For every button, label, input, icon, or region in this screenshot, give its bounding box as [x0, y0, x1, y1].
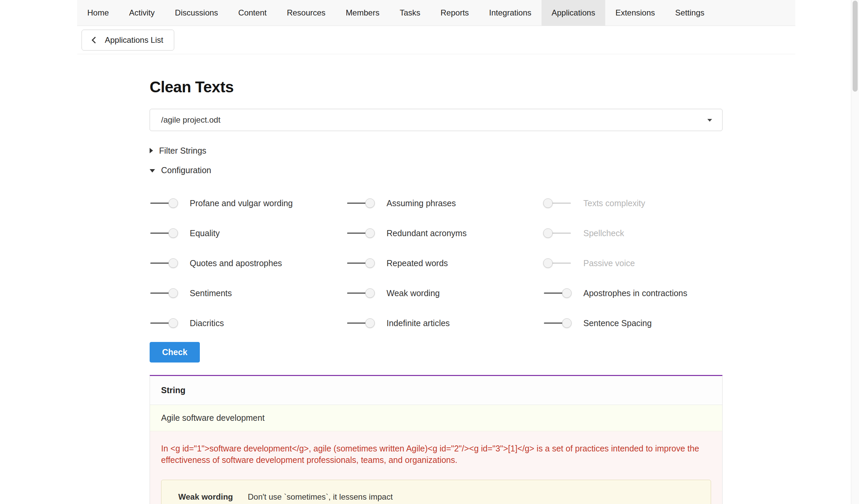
diff-area: In <g id="1">software development</g>, a… [150, 431, 722, 504]
toggle-switch[interactable] [543, 198, 572, 208]
toggle-quotes-and-apostrophes[interactable]: Quotes and apostrophes [150, 258, 346, 268]
file-select-value: /agile project.odt [161, 115, 221, 125]
section-configuration-label: Configuration [161, 165, 211, 175]
toggle-sentence-spacing[interactable]: Sentence Spacing [543, 318, 723, 328]
nav-item-resources[interactable]: Resources [277, 0, 336, 26]
toggle-switch[interactable] [543, 318, 572, 328]
toggle-switch[interactable] [543, 258, 572, 268]
toggle-switch[interactable] [150, 288, 178, 298]
toggle-indefinite-articles[interactable]: Indefinite articles [346, 318, 543, 328]
check-button[interactable]: Check [150, 342, 200, 363]
switch-thumb [365, 198, 375, 208]
scrollbar-thumb[interactable] [853, 1, 858, 92]
toggle-texts-complexity[interactable]: Texts complexity [543, 198, 723, 208]
nav-item-settings[interactable]: Settings [665, 0, 715, 26]
switch-thumb [365, 228, 375, 238]
toggle-label: Repeated words [387, 258, 448, 268]
string-title: Agile software development [161, 413, 265, 423]
switch-thumb [365, 258, 375, 268]
switch-thumb [365, 288, 375, 298]
toggle-weak-wording[interactable]: Weak wording [346, 288, 543, 298]
toggle-switch[interactable] [543, 228, 572, 238]
issue-box: Weak wording Don't use `sometimes`, it l… [161, 480, 711, 504]
toggle-label: Apostrophes in contractions [583, 288, 688, 298]
switch-thumb [562, 318, 572, 328]
toggle-label: Passive voice [583, 258, 635, 268]
nav-item-extensions[interactable]: Extensions [605, 0, 665, 26]
nav-item-members[interactable]: Members [336, 0, 390, 26]
main-content: Clean Texts /agile project.odt Filter St… [150, 54, 723, 504]
file-select[interactable]: /agile project.odt [150, 109, 723, 131]
switch-thumb [543, 228, 553, 238]
toggle-equality[interactable]: Equality [150, 228, 346, 238]
toggle-profane-and-vulgar-wording[interactable]: Profane and vulgar wording [150, 198, 346, 208]
toggle-redundant-acronyms[interactable]: Redundant acronyms [346, 228, 543, 238]
toggle-switch[interactable] [150, 318, 178, 328]
issue-type: Weak wording [178, 492, 233, 502]
switch-thumb [365, 318, 375, 328]
toggle-label: Redundant acronyms [387, 228, 467, 238]
vertical-scrollbar[interactable] [851, 0, 859, 504]
section-configuration[interactable]: Configuration [150, 165, 723, 175]
issue-message: Don't use `sometimes`, it lessens impact [248, 492, 393, 502]
configuration-toggle-grid: Profane and vulgar wording Equality Quot… [150, 198, 723, 328]
caret-down-icon [707, 119, 712, 122]
toggle-label: Profane and vulgar wording [190, 198, 293, 208]
toggle-label: Assuming phrases [387, 198, 456, 208]
sub-header: Applications List [77, 26, 795, 54]
toggle-spellcheck[interactable]: Spellcheck [543, 228, 723, 238]
results-header: String [150, 376, 722, 405]
toggle-label: Sentence Spacing [583, 318, 652, 328]
triangle-right-icon [150, 148, 153, 153]
toggle-label: Quotes and apostrophes [190, 258, 282, 268]
chevron-left-icon [92, 37, 99, 44]
toggle-switch[interactable] [346, 198, 375, 208]
toggle-switch[interactable] [346, 228, 375, 238]
switch-thumb [168, 198, 178, 208]
string-title-row[interactable]: Agile software development [150, 405, 722, 431]
section-filter-strings[interactable]: Filter Strings [150, 146, 723, 156]
toggle-column-1: Profane and vulgar wording Equality Quot… [150, 198, 346, 328]
toggle-passive-voice[interactable]: Passive voice [543, 258, 723, 268]
toggle-switch[interactable] [150, 198, 178, 208]
nav-item-discussions[interactable]: Discussions [165, 0, 228, 26]
toggle-switch[interactable] [150, 228, 178, 238]
back-to-applications-list-button[interactable]: Applications List [81, 30, 174, 50]
toggle-switch[interactable] [543, 288, 572, 298]
switch-thumb [168, 258, 178, 268]
toggle-switch[interactable] [346, 288, 375, 298]
nav-item-activity[interactable]: Activity [119, 0, 165, 26]
top-nav: Home Activity Discussions Content Resour… [77, 0, 795, 26]
toggle-label: Spellcheck [583, 228, 624, 238]
results-panel: String Agile software development In <g … [150, 375, 723, 504]
toggle-label: Sentiments [190, 288, 232, 298]
switch-thumb [168, 228, 178, 238]
triangle-down-icon [150, 169, 155, 172]
switch-thumb [562, 288, 572, 298]
nav-item-home[interactable]: Home [77, 0, 119, 26]
nav-item-integrations[interactable]: Integrations [479, 0, 541, 26]
toggle-switch[interactable] [150, 258, 178, 268]
nav-item-content[interactable]: Content [228, 0, 277, 26]
toggle-repeated-words[interactable]: Repeated words [346, 258, 543, 268]
toggle-diacritics[interactable]: Diacritics [150, 318, 346, 328]
back-button-label: Applications List [105, 35, 163, 45]
page-title: Clean Texts [150, 78, 723, 96]
toggle-column-2: Assuming phrases Redundant acronyms Repe… [346, 198, 543, 328]
toggle-apostrophes-in-contractions[interactable]: Apostrophes in contractions [543, 288, 723, 298]
toggle-column-3: Texts complexity Spellcheck Passive voic… [543, 198, 723, 328]
switch-thumb [543, 198, 553, 208]
toggle-label: Equality [190, 228, 220, 238]
nav-item-reports[interactable]: Reports [430, 0, 479, 26]
toggle-assuming-phrases[interactable]: Assuming phrases [346, 198, 543, 208]
toggle-label: Diacritics [190, 318, 224, 328]
toggle-switch[interactable] [346, 258, 375, 268]
diff-text: In <g id="1">software development</g>, a… [161, 443, 711, 465]
toggle-label: Weak wording [387, 288, 440, 298]
toggle-sentiments[interactable]: Sentiments [150, 288, 346, 298]
nav-item-applications[interactable]: Applications [542, 0, 605, 26]
section-filter-strings-label: Filter Strings [159, 146, 206, 156]
app-window: Home Activity Discussions Content Resour… [0, 0, 859, 504]
nav-item-tasks[interactable]: Tasks [390, 0, 430, 26]
toggle-switch[interactable] [346, 318, 375, 328]
